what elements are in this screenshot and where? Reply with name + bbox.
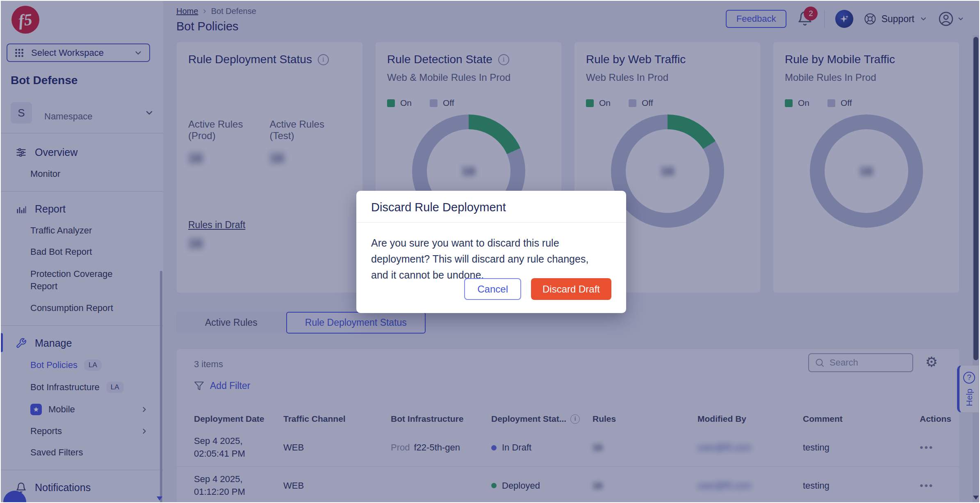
cancel-button[interactable]: Cancel: [464, 278, 521, 300]
modal-title: Discard Rule Deployment: [356, 191, 626, 223]
app-window: f5 Select Workspace Bot Defense S Namesp…: [1, 1, 979, 502]
discard-rule-deployment-modal: Discard Rule Deployment Are you sure you…: [356, 191, 626, 313]
modal-body-text: Are you sure you want to discard this ru…: [356, 223, 619, 283]
modal-footer: Cancel Discard Draft: [464, 278, 611, 300]
discard-draft-button[interactable]: Discard Draft: [531, 278, 611, 300]
